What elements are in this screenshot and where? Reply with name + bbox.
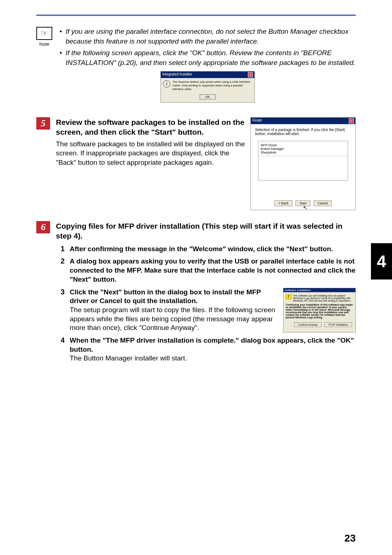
warning-icon: ! <box>286 294 291 299</box>
finish-dialog-title: Finish <box>252 118 262 123</box>
note-bullet-2-text: If the following screen appears, click t… <box>66 48 356 68</box>
substep-4-number: 4 <box>56 336 65 363</box>
note-section: ☞ Note • If you are using the parallel i… <box>36 27 356 106</box>
dialog-titlebar: Integrated Installer × <box>161 72 254 78</box>
close-icon[interactable]: × <box>248 72 253 77</box>
warn-dialog-title: Software Installation <box>283 288 355 292</box>
step-6: 6 Copying files for MFP driver installat… <box>36 221 356 363</box>
substep-1: 1 After confirming the message in the "W… <box>56 245 356 254</box>
continue-anyway-button[interactable]: Continue Anyway <box>294 322 322 327</box>
finish-dialog-titlebar: Finish × <box>251 118 355 124</box>
substep-3-number: 3 <box>56 288 65 332</box>
substep-2-number: 2 <box>56 257 65 284</box>
software-installation-dialog: Software Installation ! The software you… <box>283 288 356 332</box>
step-5-heading: Review the software packages to be insta… <box>56 117 245 137</box>
note-bullet-2: • If the following screen appears, click… <box>60 48 356 68</box>
list-item: MFP Driver <box>261 143 346 147</box>
substep-2-heading: A dialog box appears asking you to verif… <box>70 257 356 284</box>
note-icon-box: ☞ Note <box>36 27 52 106</box>
substep-1-number: 1 <box>56 245 65 254</box>
top-rule <box>36 15 356 16</box>
note-bullet-1-text: If you are using the parallel interface … <box>66 27 356 46</box>
step-6-heading: Copying files for MFP driver installatio… <box>56 221 356 241</box>
step-5: 5 Review the software packages to be ins… <box>36 117 356 210</box>
warn-text-1: The software you are installing has not … <box>293 294 353 302</box>
substep-3: 3 Click the "Next" button in the dialog … <box>56 288 356 332</box>
info-icon: i <box>163 80 170 87</box>
substep-3-heading: Click the "Next" button in the dialog bo… <box>70 288 279 306</box>
note-content: • If you are using the parallel interfac… <box>60 27 356 106</box>
substep-4: 4 When the "The MFP driver installation … <box>56 336 356 363</box>
back-button[interactable]: < Back <box>274 200 293 206</box>
stop-installation-button[interactable]: STOP Installation <box>324 322 352 327</box>
close-icon[interactable]: × <box>349 118 354 123</box>
note-hand-icon: ☞ <box>36 27 52 40</box>
substep-4-heading: When the "The MFP driver installation is… <box>70 336 356 354</box>
substep-4-text: The Button Manager installer will start. <box>70 354 356 363</box>
note-bullet-1: • If you are using the parallel interfac… <box>60 27 356 46</box>
warn-text-2: Continuing your installation of this sof… <box>286 303 353 319</box>
chapter-tab: 4 <box>371 243 392 279</box>
note-label: Note <box>36 41 52 47</box>
substep-1-heading: After confirming the message in the "Wel… <box>70 245 356 254</box>
ok-button[interactable]: OK <box>200 94 215 99</box>
dialog-message: The Scanner feature only works when usin… <box>172 80 252 91</box>
finish-package-list: MFP Driver Button Manager Sharpdesk <box>258 141 348 181</box>
substep-3-text: The setup program will start to copy the… <box>70 306 279 332</box>
dialog-title-text: Integrated Installer <box>162 72 192 77</box>
page-number: 23 <box>344 532 356 544</box>
step-5-text: The software packages to be installed wi… <box>56 139 245 167</box>
substep-2: 2 A dialog box appears asking you to ver… <box>56 257 356 284</box>
finish-dialog: Finish × Selection of a package is finis… <box>250 117 356 210</box>
bullet-icon: • <box>60 27 62 46</box>
integrated-installer-dialog: Integrated Installer × i The Scanner fea… <box>160 71 255 103</box>
step-6-number: 6 <box>36 221 50 233</box>
finish-dialog-text: Selection of a package is finished. If y… <box>255 128 351 136</box>
cancel-button[interactable]: Cancel <box>314 200 332 206</box>
list-item: Sharpdesk <box>261 151 346 154</box>
step-5-number: 5 <box>36 117 50 130</box>
cursor-icon: ↖ <box>303 205 307 211</box>
list-item: Button Manager <box>261 147 346 151</box>
bullet-icon: • <box>60 48 62 68</box>
